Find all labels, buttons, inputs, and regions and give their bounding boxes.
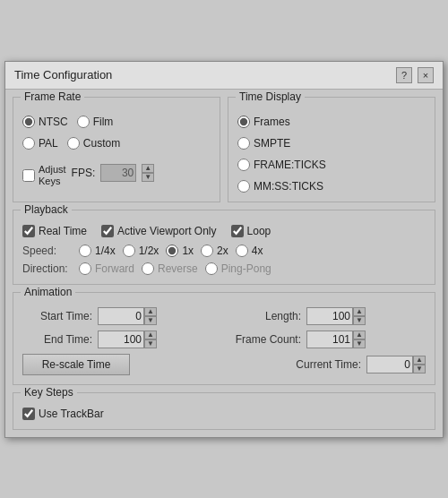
radio-1x-speed-input[interactable] — [166, 245, 178, 257]
real-time-input[interactable] — [22, 225, 35, 237]
rescale-row: Re-scale Time Current Time: ▲ ▼ — [22, 354, 426, 375]
length-spin-up[interactable]: ▲ — [353, 307, 366, 316]
loop-label: Loop — [247, 225, 271, 237]
help-button[interactable]: ? — [396, 67, 412, 83]
active-viewport-checkbox[interactable]: Active Viewport Only — [101, 225, 217, 237]
end-time-spin-up[interactable]: ▲ — [144, 331, 157, 339]
frame-count-input[interactable] — [306, 331, 353, 348]
radio-half-speed[interactable]: 1/2x — [123, 245, 159, 257]
frame-count-spin-down[interactable]: ▼ — [353, 339, 366, 348]
radio-pal-input[interactable] — [22, 137, 35, 150]
start-time-label: Start Time: — [22, 310, 92, 322]
adjust-keys-label: AdjustKeys — [39, 164, 66, 187]
fps-spin-up[interactable]: ▲ — [142, 164, 154, 173]
start-time-spin-down[interactable]: ▼ — [144, 316, 157, 325]
radio-forward[interactable]: Forward — [79, 262, 134, 275]
radio-smpte-label: SMPTE — [254, 137, 290, 150]
radio-4x-speed[interactable]: 4x — [236, 245, 263, 257]
loop-checkbox[interactable]: Loop — [231, 225, 271, 237]
current-time-spin-up[interactable]: ▲ — [413, 356, 426, 365]
radio-reverse-input[interactable] — [142, 262, 154, 275]
animation-title: Animation — [21, 286, 75, 298]
start-time-input[interactable] — [98, 307, 144, 325]
length-input[interactable] — [306, 307, 353, 325]
key-steps-row: Use TrackBar — [22, 408, 426, 420]
real-time-checkbox[interactable]: Real Time — [22, 225, 87, 237]
adjust-keys-checkbox[interactable]: AdjustKeys — [22, 164, 66, 187]
radio-pingpong[interactable]: Ping-Pong — [205, 262, 271, 275]
radio-2x-speed-input[interactable] — [201, 245, 213, 257]
radio-forward-input[interactable] — [79, 262, 91, 275]
active-viewport-label: Active Viewport Only — [117, 225, 217, 237]
frame-rate-row1: NTSC Film — [22, 116, 211, 128]
end-time-spinner[interactable]: ▲ ▼ — [144, 331, 157, 348]
current-time-input[interactable] — [366, 356, 413, 374]
radio-4x-speed-label: 4x — [252, 245, 263, 257]
radio-film-input[interactable] — [77, 116, 90, 128]
dialog-title: Time Configuration — [14, 68, 112, 82]
radio-ntsc-input[interactable] — [22, 116, 35, 128]
active-viewport-input[interactable] — [101, 225, 114, 237]
current-time-input-wrap: ▲ ▼ — [366, 356, 426, 374]
radio-ntsc[interactable]: NTSC — [22, 116, 68, 128]
radio-2x-speed-label: 2x — [217, 245, 228, 257]
top-sections-row: Frame Rate NTSC Film PAL — [13, 97, 435, 202]
frame-count-spin-up[interactable]: ▲ — [353, 331, 366, 339]
start-time-spinner[interactable]: ▲ ▼ — [144, 307, 157, 325]
fps-spinner[interactable]: ▲ ▼ — [142, 164, 154, 182]
length-spin-down[interactable]: ▼ — [353, 316, 366, 325]
frame-count-spinner[interactable]: ▲ ▼ — [353, 331, 366, 348]
td-frameticks-row: FRAME:TICKS — [237, 159, 426, 171]
use-trackbar-checkbox[interactable]: Use TrackBar — [22, 408, 104, 420]
frame-count-row: Frame Count: ▲ ▼ — [231, 331, 426, 348]
radio-frames-input[interactable] — [237, 116, 250, 128]
rescale-button[interactable]: Re-scale Time — [22, 354, 130, 375]
start-time-input-wrap: ▲ ▼ — [98, 307, 157, 325]
fps-spin-down[interactable]: ▼ — [142, 173, 154, 182]
start-time-spin-up[interactable]: ▲ — [144, 307, 157, 316]
radio-2x-speed[interactable]: 2x — [201, 245, 228, 257]
radio-1x-speed[interactable]: 1x — [166, 245, 194, 257]
end-time-input[interactable] — [98, 331, 144, 348]
radio-film-label: Film — [93, 116, 114, 128]
loop-input[interactable] — [231, 225, 244, 237]
close-button[interactable]: × — [418, 67, 434, 83]
end-time-label: End Time: — [22, 333, 92, 346]
radio-pal[interactable]: PAL — [22, 137, 58, 150]
radio-pal-label: PAL — [39, 137, 58, 150]
radio-quarter-speed-label: 1/4x — [95, 245, 116, 257]
radio-quarter-speed-input[interactable] — [79, 245, 91, 257]
radio-custom-input[interactable] — [67, 137, 80, 150]
radio-mmssticks-input[interactable] — [237, 180, 250, 193]
animation-section: Animation Start Time: ▲ ▼ Length: — [13, 292, 435, 385]
frame-rate-section: Frame Rate NTSC Film PAL — [13, 97, 220, 202]
adjust-keys-input[interactable] — [22, 169, 35, 182]
radio-reverse-label: Reverse — [158, 262, 198, 275]
td-smpte-row: SMPTE — [237, 137, 426, 150]
length-spinner[interactable]: ▲ ▼ — [353, 307, 366, 325]
radio-quarter-speed[interactable]: 1/4x — [79, 245, 116, 257]
title-bar-actions: ? × — [396, 67, 434, 83]
current-time-spin-down[interactable]: ▼ — [413, 365, 426, 374]
radio-custom[interactable]: Custom — [67, 137, 120, 150]
radio-mmssticks-label: MM:SS:TICKS — [254, 180, 323, 193]
radio-frameticks-input[interactable] — [237, 159, 250, 171]
radio-4x-speed-input[interactable] — [236, 245, 248, 257]
td-frames-row: Frames — [237, 116, 426, 128]
use-trackbar-input[interactable] — [22, 408, 35, 420]
direction-label: Direction: — [22, 262, 72, 275]
dialog-body: Frame Rate NTSC Film PAL — [5, 90, 443, 437]
frame-count-label: Frame Count: — [231, 333, 301, 346]
td-mmssticks-row: MM:SS:TICKS — [237, 180, 426, 193]
end-time-spin-down[interactable]: ▼ — [144, 339, 157, 348]
radio-reverse[interactable]: Reverse — [142, 262, 198, 275]
current-time-spinner[interactable]: ▲ ▼ — [413, 356, 426, 374]
radio-film[interactable]: Film — [77, 116, 114, 128]
end-time-input-wrap: ▲ ▼ — [98, 331, 157, 348]
radio-pingpong-input[interactable] — [205, 262, 218, 275]
fps-input[interactable] — [100, 164, 136, 182]
radio-smpte-input[interactable] — [237, 137, 250, 150]
radio-half-speed-input[interactable] — [123, 245, 135, 257]
speed-label: Speed: — [22, 245, 72, 257]
radio-ntsc-label: NTSC — [39, 116, 68, 128]
